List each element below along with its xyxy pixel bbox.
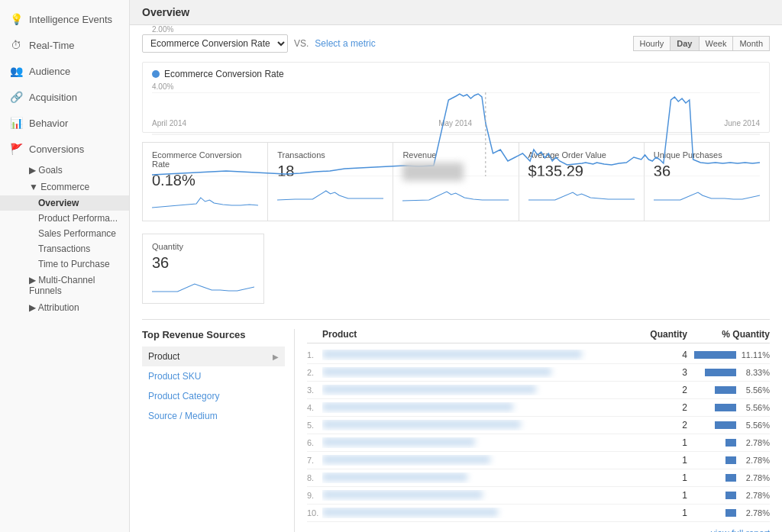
chart-dot: [152, 70, 160, 78]
time-btn-week[interactable]: Week: [699, 36, 733, 51]
row-pct-text: 2.78%: [739, 491, 770, 500]
table-row: 9. 1 2.78%: [307, 487, 770, 505]
row-qty: 2: [648, 385, 693, 395]
sidebar-sub-product-performance[interactable]: Product Performa...: [0, 211, 129, 226]
row-product: [322, 402, 648, 413]
sidebar-sub-attribution[interactable]: ▶ Attribution: [0, 299, 129, 316]
dimension-arrow-product: ▶: [273, 353, 279, 361]
row-num: 2.: [307, 368, 322, 377]
sidebar-item-real-time[interactable]: ⏱ Real-Time: [0, 32, 129, 58]
sidebar-sub-time-to-purchase[interactable]: Time to Purchase: [0, 256, 129, 272]
sidebar-item-intelligence-events[interactable]: 💡 Intelligence Events: [0, 6, 129, 32]
th-quantity: Quantity: [648, 329, 693, 340]
quantity-value: 36: [152, 254, 254, 272]
row-pct-text: 2.78%: [739, 473, 770, 482]
table-row: 1. 4 11.11%: [307, 347, 770, 364]
row-pct-text: 5.56%: [739, 421, 770, 430]
sidebar-sub-multi-channel[interactable]: ▶ Multi-Channel Funnels: [0, 272, 129, 299]
row-pct-text: 2.78%: [739, 438, 770, 447]
page-title: Overview: [130, 0, 782, 25]
sparkline-transactions: [277, 185, 383, 202]
table-row: 10. 1 2.78%: [307, 505, 770, 522]
sidebar-item-acquisition[interactable]: 🔗 Acquisition: [0, 84, 129, 110]
table-row: 5. 2 5.56%: [307, 417, 770, 434]
sidebar: 💡 Intelligence Events ⏱ Real-Time 👥 Audi…: [0, 0, 130, 532]
row-qty: 2: [648, 420, 693, 430]
audience-icon: 👥: [9, 64, 23, 78]
select-metric-link[interactable]: Select a metric: [315, 38, 375, 49]
row-pct: 8.33%: [693, 368, 770, 377]
row-pct: 5.56%: [693, 385, 770, 395]
row-num: 5.: [307, 421, 322, 430]
row-num: 7.: [307, 456, 322, 465]
sidebar-label-behavior: Behavior: [29, 118, 68, 129]
row-num: 4.: [307, 403, 322, 412]
table-row: 6. 1 2.78%: [307, 434, 770, 452]
time-btn-day[interactable]: Day: [670, 36, 698, 51]
row-pct: 2.78%: [693, 456, 770, 465]
row-num: 1.: [307, 350, 322, 360]
row-pct: 2.78%: [693, 491, 770, 500]
sidebar-label-intelligence-events: Intelligence Events: [29, 14, 112, 25]
row-pct: 2.78%: [693, 508, 770, 517]
sidebar-item-behavior[interactable]: 📊 Behavior: [0, 110, 129, 136]
sidebar-sub-transactions[interactable]: Transactions: [0, 241, 129, 256]
row-qty: 1: [648, 490, 693, 501]
row-pct-text: 11.11%: [739, 350, 770, 360]
row-product: [322, 420, 648, 430]
chart-legend: Ecommerce Conversion Rate: [152, 69, 760, 79]
left-panel: Top Revenue Sources Product ▶ Product SK…: [142, 329, 295, 532]
sidebar-label-acquisition: Acquisition: [29, 92, 77, 103]
chart-area: Ecommerce Conversion Rate 4.00% 2.00% Ap…: [142, 62, 770, 133]
row-pct-text: 2.78%: [739, 456, 770, 465]
dimension-product-sku[interactable]: Product SKU: [142, 366, 285, 386]
sparkline-unique-purchases: [654, 185, 760, 202]
table-body: 1. 4 11.11% 2. 3 8.33% 3. 2: [307, 347, 770, 522]
acquisition-icon: 🔗: [9, 90, 23, 104]
behavior-icon: 📊: [9, 116, 23, 130]
time-controls: Hourly Day Week Month: [633, 36, 770, 51]
row-pct: 2.78%: [693, 473, 770, 482]
vs-label: VS.: [294, 38, 309, 49]
th-product: Product: [322, 329, 648, 340]
row-qty: 2: [648, 402, 693, 413]
row-pct: 5.56%: [693, 403, 770, 412]
row-product: [322, 350, 648, 360]
table-row: 7. 1 2.78%: [307, 452, 770, 469]
row-qty: 1: [648, 472, 693, 483]
row-num: 8.: [307, 473, 322, 482]
sidebar-sub-sales-performance[interactable]: Sales Performance: [0, 226, 129, 241]
top-revenue-title: Top Revenue Sources: [142, 329, 285, 340]
main-content: Overview Ecommerce Conversion Rate VS. S…: [130, 0, 782, 532]
primary-metric-select[interactable]: Ecommerce Conversion Rate: [142, 34, 288, 53]
row-num: 9.: [307, 491, 322, 500]
dimension-product-category[interactable]: Product Category: [142, 386, 285, 406]
row-product: [322, 508, 648, 518]
sidebar-sub-ecommerce[interactable]: ▼ Ecommerce: [0, 179, 129, 195]
view-full-report[interactable]: view full report: [307, 522, 770, 532]
sidebar-item-conversions[interactable]: 🚩 Conversions: [0, 136, 129, 162]
table-row: 3. 2 5.56%: [307, 382, 770, 399]
row-qty: 3: [648, 367, 693, 378]
sidebar-sub-goals[interactable]: ▶ Goals: [0, 162, 129, 179]
row-num: 3.: [307, 385, 322, 395]
row-pct-text: 2.78%: [739, 508, 770, 517]
row-pct: 2.78%: [693, 438, 770, 447]
row-product: [322, 437, 648, 448]
sidebar-label-real-time: Real-Time: [29, 40, 74, 51]
dimension-source-medium[interactable]: Source / Medium: [142, 406, 285, 426]
row-qty: 1: [648, 455, 693, 466]
sidebar-item-audience[interactable]: 👥 Audience: [0, 58, 129, 84]
row-product: [322, 490, 648, 501]
chart-y-top: 4.00%: [152, 82, 760, 91]
bottom-section: Top Revenue Sources Product ▶ Product SK…: [142, 319, 770, 532]
dimension-product[interactable]: Product ▶: [142, 347, 285, 366]
row-num: 10.: [307, 508, 322, 517]
time-btn-hourly[interactable]: Hourly: [633, 36, 671, 51]
right-panel: Product Quantity % Quantity 1. 4 11.11% …: [295, 329, 770, 532]
row-product: [322, 472, 648, 483]
chart-y-mid: 2.00%: [152, 25, 760, 34]
th-pct-quantity: % Quantity: [693, 329, 770, 340]
sidebar-sub-overview[interactable]: Overview: [0, 195, 129, 211]
time-btn-month[interactable]: Month: [732, 36, 770, 51]
